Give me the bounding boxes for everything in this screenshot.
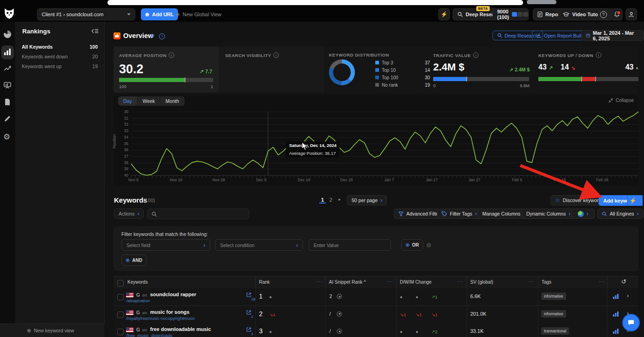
tab-day[interactable]: Day	[118, 96, 138, 106]
sidebar-collapse-icon[interactable]	[91, 28, 99, 34]
per-page-selector[interactable]: 50 per page ›	[347, 195, 387, 205]
row-checkbox[interactable]	[117, 329, 124, 335]
row-checkbox[interactable]	[117, 294, 124, 300]
row-expand-chevron[interactable]: ›	[627, 292, 629, 299]
tag-pill[interactable]: informative	[541, 310, 566, 318]
presentation-icon[interactable]	[3, 81, 12, 90]
tag-pill[interactable]: transactional	[541, 327, 569, 335]
new-keyword-view-button[interactable]: ⊕ New keyword view	[0, 324, 104, 337]
sidebar-item-label: Keywords went down	[22, 54, 68, 59]
table-row[interactable]: Genfree downloadable music/free_music_do…	[114, 323, 638, 337]
client-selector[interactable]: Client #1 › soundcloud.com	[37, 8, 135, 20]
ai-snippet-value: 2	[329, 293, 332, 299]
row-checkbox[interactable]	[117, 312, 124, 318]
new-global-view-button[interactable]: ⊕ New Global View	[171, 8, 226, 20]
all-engines-selector[interactable]: All Engines ›	[597, 209, 644, 219]
column-dwm-change[interactable]: D/W/M Change	[400, 280, 431, 285]
x-tick-label: Jan 27	[468, 178, 480, 182]
history-restore-icon[interactable]: ↺	[621, 278, 626, 285]
y-tick-label: 40	[116, 173, 128, 178]
sidebar-item[interactable]: All Keywords100	[15, 42, 104, 51]
pages-icon[interactable]	[3, 98, 12, 107]
legend-label[interactable]: Top 10	[382, 68, 396, 73]
filter-tags-button[interactable]: Filter Tags ›	[437, 209, 481, 219]
account-button[interactable]	[625, 8, 637, 20]
column-ai-snippet-rank[interactable]: AI Snippet Rank ^	[329, 280, 366, 285]
legend-label[interactable]: Top 100	[382, 75, 398, 80]
page-1-button[interactable]: 1	[319, 197, 326, 203]
legend-label[interactable]: No rank	[382, 83, 398, 88]
actions-menu[interactable]: Actions ›	[114, 209, 144, 219]
analytics-icon[interactable]	[612, 328, 619, 334]
location-selector[interactable]: ›	[571, 209, 595, 219]
dynamic-columns-button[interactable]: Dynamic Columns ›	[522, 209, 575, 219]
analytics-icon[interactable]	[612, 311, 619, 317]
filter-value-input[interactable]: Enter Value	[309, 239, 391, 251]
settings-gear-icon[interactable]: ⚙	[3, 132, 12, 141]
keyword-url[interactable]: /royaltyfreemusic-nocopyrightmusic	[126, 316, 195, 321]
column-divider	[607, 323, 607, 337]
column-menu-icon[interactable]: ···	[457, 279, 463, 284]
column-divider	[255, 323, 256, 337]
tab-week[interactable]: Week	[138, 96, 161, 106]
column-menu-icon[interactable]: ···	[316, 279, 322, 284]
bar-chart-icon[interactable]	[3, 48, 12, 57]
table-row[interactable]: Genmusic for songs/royaltyfreemusic-noco…	[114, 306, 638, 324]
overview-help-icon[interactable]: ?	[159, 33, 165, 39]
legend-label[interactable]: Top 3	[382, 60, 393, 65]
mouse-cursor	[302, 142, 308, 151]
chat-widget-button[interactable]	[622, 314, 640, 331]
chart-collapse-button[interactable]: Collapse	[608, 98, 634, 103]
keyword-url[interactable]: /allrapnation	[126, 298, 150, 303]
column-sv-global[interactable]: SV (global)	[470, 280, 493, 285]
chevron-right-icon: ›	[137, 210, 139, 217]
next-page-button[interactable]: ▸	[336, 197, 343, 202]
table-row[interactable]: Gensoundcloud rapper/allrapnation181●2●●…	[114, 288, 638, 306]
position-line-chart[interactable]	[131, 112, 638, 175]
sidebar-item[interactable]: Keywords went down20	[15, 51, 104, 61]
us-flag-icon	[126, 327, 133, 332]
chart-granularity-tabs: Day Week Month	[118, 96, 185, 106]
select-field-dropdown[interactable]: Select field ›	[121, 239, 210, 251]
plus-circle-icon: ⊕	[27, 328, 31, 334]
tab-month[interactable]: Month	[160, 96, 184, 106]
chat-icon	[627, 319, 635, 326]
add-keywords-quick-button[interactable]: ⚡	[627, 195, 638, 206]
edit-pen-icon[interactable]	[3, 114, 12, 123]
select-all-checkbox[interactable]	[117, 280, 124, 286]
select-condition-dropdown[interactable]: Select condition ›	[215, 239, 303, 251]
help-button[interactable]: ?	[598, 8, 609, 20]
remove-condition-icon[interactable]: ⊖	[426, 242, 431, 248]
date-range-picker[interactable]: Mar 1, 2024 - Mar 6, 2025	[581, 30, 644, 41]
trend-icon[interactable]	[3, 64, 12, 73]
keyword-text: free downloadable music	[150, 326, 211, 332]
column-menu-icon[interactable]: ···	[599, 279, 605, 284]
column-menu-icon[interactable]: ···	[387, 279, 393, 284]
sidebar-item[interactable]: Keywords went up19	[15, 61, 104, 71]
column-rank[interactable]: Rank	[259, 280, 270, 285]
column-keywords[interactable]: Keywords	[127, 280, 148, 285]
add-or-condition-button[interactable]: ⊕ OR	[401, 239, 423, 251]
language-label: en	[142, 327, 147, 332]
column-tags[interactable]: Tags	[542, 280, 551, 285]
overview-settings-icon[interactable]: ⚙	[150, 33, 155, 39]
add-and-condition-button[interactable]: ⊕ AND	[121, 254, 146, 266]
pie-chart-icon[interactable]	[3, 30, 12, 39]
dot-icon: ●	[636, 65, 638, 70]
x-tick-label: Feb 26	[596, 178, 608, 182]
notifications-button[interactable]	[611, 8, 623, 20]
analytics-icon[interactable]	[612, 293, 619, 299]
app-logo-icon[interactable]	[3, 7, 15, 19]
tag-pill[interactable]: informative	[541, 292, 566, 300]
updown-bar-up-fill	[538, 77, 581, 81]
ai-overview-icon	[337, 312, 342, 317]
chevron-right-icon: ›	[475, 210, 477, 217]
dwm-change: ●	[416, 329, 418, 334]
column-divider	[325, 323, 326, 337]
quick-actions-button[interactable]: ⚡	[438, 8, 450, 20]
page-2-button[interactable]: 2	[328, 197, 334, 203]
keyword-search-input[interactable]	[147, 209, 249, 219]
keyword-url[interactable]: /free_music_downloads	[126, 333, 172, 337]
credits-counter[interactable]: 9000 (100)	[492, 8, 529, 20]
column-menu-icon[interactable]: ···	[529, 279, 535, 284]
